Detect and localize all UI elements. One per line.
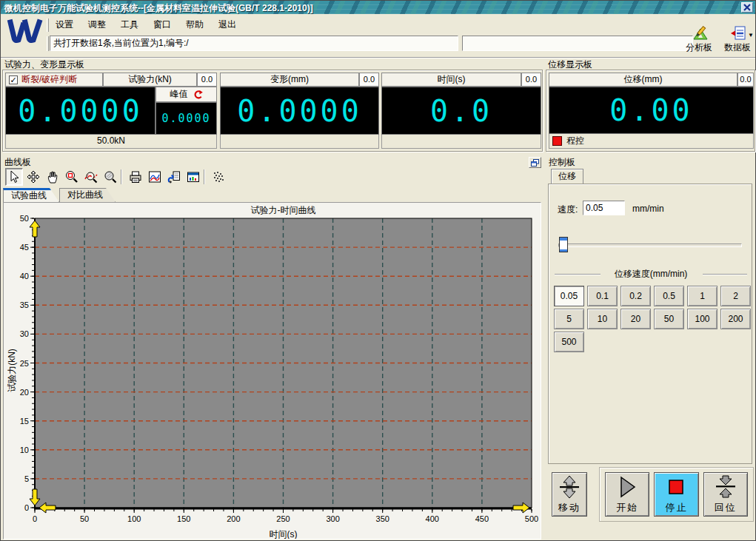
panel-title: 曲线板 bbox=[4, 156, 31, 169]
time-rate-value: 0.0 bbox=[521, 73, 541, 87]
data-board-icon[interactable] bbox=[730, 25, 746, 41]
title-bar: 微机控制电子万能试验机测控系统--[金属材料室温拉伸试验(GB/T 228.1-… bbox=[1, 1, 755, 14]
restore-window-icon bbox=[531, 159, 539, 167]
curve-style-icon bbox=[147, 169, 162, 184]
svg-text:450: 450 bbox=[475, 514, 489, 523]
speed-option-10[interactable]: 10 bbox=[587, 309, 618, 329]
panel-body: ✓ 断裂/破碎判断 试验力(kN) 0.0 0.0000 峰值 0.0000 5… bbox=[2, 70, 543, 152]
close-button[interactable] bbox=[741, 2, 753, 13]
force-header-button[interactable]: 试验力(kN) bbox=[103, 73, 197, 87]
speed-option-0.2[interactable]: 0.2 bbox=[620, 286, 651, 306]
speed-option-20[interactable]: 20 bbox=[620, 309, 651, 329]
svg-text:300: 300 bbox=[326, 514, 339, 523]
speed-option-5[interactable]: 5 bbox=[554, 309, 584, 329]
select-cursor-button[interactable] bbox=[5, 168, 23, 186]
svg-text:350: 350 bbox=[376, 514, 389, 523]
zoom-curve-icon bbox=[84, 169, 98, 184]
speed-option-100[interactable]: 100 bbox=[687, 309, 717, 329]
speed-option-500[interactable]: 500 bbox=[554, 332, 584, 352]
displacement-rate-value: 0.0 bbox=[737, 73, 754, 87]
zoom-curve-button[interactable] bbox=[82, 168, 100, 186]
menu-item-5[interactable]: 帮助 bbox=[184, 18, 205, 32]
print-button[interactable] bbox=[127, 168, 144, 186]
menu-item-4[interactable]: 窗口 bbox=[152, 18, 173, 32]
export-curve-button[interactable] bbox=[165, 168, 183, 186]
peak-reset-icon[interactable] bbox=[193, 90, 203, 100]
chart-container: 0501001502002503003504004505000510152025… bbox=[3, 202, 541, 540]
deform-bottom-strip bbox=[220, 135, 379, 149]
dither-grid-button[interactable] bbox=[210, 168, 227, 186]
action-button-stop[interactable]: 停止 bbox=[654, 472, 698, 517]
menu-item-6[interactable]: 退出 bbox=[217, 18, 238, 32]
svg-text:35: 35 bbox=[20, 300, 29, 309]
speed-slider-thumb[interactable] bbox=[559, 237, 568, 252]
chart-canvas[interactable]: 0501001502002503003504004505000510152025… bbox=[4, 203, 541, 539]
action-button-play[interactable]: 开始 bbox=[605, 472, 649, 517]
program-control-indicator: 程控 bbox=[549, 134, 754, 149]
data-report-button[interactable] bbox=[184, 168, 202, 186]
curve-toolbar bbox=[4, 168, 541, 187]
displacement-header-button[interactable]: 位移(mm) bbox=[549, 73, 737, 87]
peak-header[interactable]: 峰值 bbox=[155, 87, 217, 102]
zoom-reset-button[interactable] bbox=[101, 168, 119, 186]
svg-text:15: 15 bbox=[20, 417, 29, 426]
group-line-right bbox=[703, 274, 747, 275]
speed-option-1[interactable]: 1 bbox=[687, 286, 717, 306]
speed-option-50[interactable]: 50 bbox=[654, 309, 684, 329]
brand-logo-icon bbox=[5, 16, 44, 54]
svg-text:试验力(kN): 试验力(kN) bbox=[7, 349, 17, 392]
tab-displacement[interactable]: 位移 bbox=[551, 169, 583, 184]
speed-input[interactable] bbox=[583, 201, 625, 215]
close-icon bbox=[743, 4, 751, 11]
toolbar-dropdown-icon[interactable]: ▼ bbox=[748, 32, 754, 38]
force-value-display: 0.0000 bbox=[5, 87, 155, 135]
status-gripper bbox=[47, 36, 49, 51]
curve-tab-1[interactable]: 试验曲线 bbox=[3, 188, 59, 202]
displacement-board: 位移显示板 位移(mm) 0.0 0.00 程控 bbox=[546, 58, 755, 153]
svg-text:150: 150 bbox=[177, 514, 190, 523]
move-view-button[interactable] bbox=[24, 168, 42, 186]
break-detect-label: 断裂/破碎判断 bbox=[21, 73, 77, 86]
analysis-board-button[interactable]: 分析板 bbox=[686, 41, 712, 54]
curve-tab-2[interactable]: 对比曲线 bbox=[59, 188, 116, 202]
speed-option-0.05[interactable]: 0.05 bbox=[554, 286, 584, 306]
displacement-value-display: 0.00 bbox=[549, 87, 754, 134]
speed-slider-track[interactable] bbox=[558, 243, 742, 247]
toolbar-separator bbox=[204, 169, 205, 184]
zoom-rect-icon bbox=[64, 169, 79, 184]
curve-style-button[interactable] bbox=[146, 168, 164, 186]
svg-text:250: 250 bbox=[276, 514, 290, 523]
hand-pan-button[interactable] bbox=[44, 168, 61, 186]
checkbox-check-icon[interactable]: ✓ bbox=[9, 75, 18, 84]
time-header-button[interactable]: 时间(s) bbox=[381, 73, 521, 87]
speed-option-0.1[interactable]: 0.1 bbox=[587, 286, 618, 306]
svg-text:100: 100 bbox=[127, 514, 141, 523]
svg-text:20: 20 bbox=[20, 388, 29, 397]
action-buttons: 开始停止回位 bbox=[599, 467, 754, 522]
time-bottom-strip bbox=[381, 135, 541, 149]
speed-option-200[interactable]: 200 bbox=[720, 309, 751, 329]
move-view-icon bbox=[26, 169, 41, 184]
panel-body: 位移(mm) 0.0 0.00 程控 bbox=[546, 70, 755, 152]
print-icon bbox=[128, 169, 143, 184]
action-button-move-updown[interactable]: 移动 bbox=[552, 472, 587, 517]
float-panel-button[interactable] bbox=[529, 157, 541, 168]
svg-text:200: 200 bbox=[227, 514, 240, 523]
svg-text:0: 0 bbox=[24, 503, 29, 512]
speed-option-0.5[interactable]: 0.5 bbox=[654, 286, 684, 306]
control-body: 速度: mm/min 位移速度(mm/min) 0.050.10.20.5125… bbox=[548, 184, 752, 464]
break-detect-checkbox[interactable]: ✓ 断裂/破碎判断 bbox=[5, 73, 103, 87]
deform-header-button[interactable]: 变形(mm) bbox=[220, 73, 359, 87]
svg-text:试验力-时间曲线: 试验力-时间曲线 bbox=[251, 205, 316, 215]
menu-gripper bbox=[47, 19, 49, 32]
speed-option-2[interactable]: 2 bbox=[720, 286, 751, 306]
analysis-board-icon[interactable] bbox=[692, 25, 711, 41]
zoom-rect-button[interactable] bbox=[63, 168, 81, 186]
action-button-return[interactable]: 回位 bbox=[703, 472, 748, 517]
data-board-button[interactable]: 数据板 bbox=[724, 41, 751, 54]
menu-item-2[interactable]: 调整 bbox=[87, 18, 107, 32]
menu-item-1[interactable]: 设置 bbox=[54, 18, 75, 32]
speed-grid: 0.050.10.20.5125102050100200500 bbox=[554, 286, 751, 352]
menu-item-3[interactable]: 工具 bbox=[119, 18, 140, 32]
deform-rate-value: 0.0 bbox=[359, 73, 379, 87]
